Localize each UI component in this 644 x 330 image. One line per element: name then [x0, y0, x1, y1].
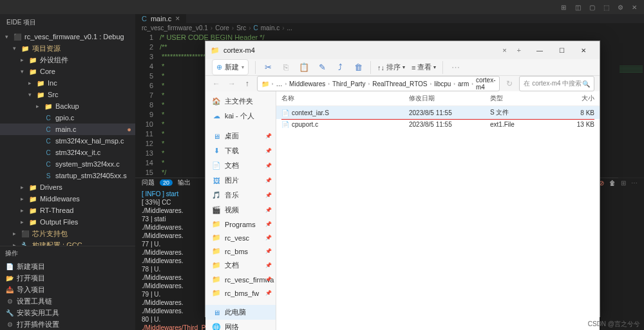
c-file-icon: C [142, 15, 147, 23]
sidebar: EIDE 项目 ▾⬛rc_vesc_firmware_v0.1 : Debug▾… [0, 14, 135, 330]
titlebar-icon[interactable]: ⬚ [601, 3, 611, 12]
tree-item[interactable]: ▸📁RT-Thread [0, 205, 135, 216]
nav-item[interactable]: 📁rc_vesc📌 [205, 231, 276, 244]
tree-item[interactable]: Cstm32f4xx_hal_msp.c [0, 135, 135, 147]
project-root[interactable]: ▾⬛rc_vesc_firmware_v0.1 : Debug [0, 31, 135, 42]
search-input[interactable]: 在 cortex-m4 中搜索 🔍 [519, 76, 594, 91]
view-button[interactable]: ≡查看▾ [412, 62, 436, 72]
forward-button[interactable]: → [226, 79, 238, 88]
new-button[interactable]: ⊕ 新建 ▾ [212, 59, 249, 75]
watermark: CSDN @言之兮兮 [588, 320, 640, 329]
breadcrumb[interactable]: rc_vesc_firmware_v0.1›Core›Src›C main.c›… [135, 23, 644, 33]
folder-icon: 📁 [211, 46, 220, 55]
tree-item[interactable]: Sstartup_stm32f405xx.s [0, 170, 135, 181]
tree-item[interactable]: Csystem_stm32f4xx.c [0, 158, 135, 170]
nav-item[interactable]: 📁rc_bms_fw📌 [205, 286, 276, 300]
titlebar-icon[interactable]: ✕ [630, 3, 639, 12]
file-row[interactable]: 📄cpuport.c2023/8/5 11:55ext1.File13 KB [276, 119, 600, 130]
tree-item[interactable]: Cmain.c● [0, 124, 135, 135]
folder-icon: 📁 [261, 80, 269, 87]
minimap[interactable] [618, 65, 644, 330]
ops-item[interactable]: 📄新建项目 [0, 261, 135, 272]
ops-item[interactable]: ⚙设置工具链 [0, 295, 135, 307]
sort-button[interactable]: ↑↓排序▾ [377, 62, 405, 72]
tab-close-icon[interactable]: × [500, 46, 509, 54]
nav-item[interactable]: ⬇下载📌 [205, 143, 276, 158]
copy-icon[interactable]: ⎘ [280, 62, 292, 72]
cloud-icon: ☁ [212, 112, 221, 120]
cut-icon[interactable]: ✂ [262, 62, 274, 72]
nav-item[interactable]: 🎬视频📌 [205, 203, 276, 217]
nav-home[interactable]: 🏠 主文件夹 [205, 94, 276, 109]
nav-item[interactable]: 📄文档📌 [205, 158, 276, 173]
tab-main-c[interactable]: C main.c × [135, 14, 187, 23]
tree-item[interactable]: ▸📁Backup [0, 100, 135, 112]
explorer-nav: 🏠 主文件夹 ☁ kai - 个人 🖥桌面📌⬇下载📌📄文档📌🖼图片📌🎵音乐📌🎬视… [205, 91, 276, 330]
maximize-button[interactable]: ☐ [551, 41, 573, 59]
up-button[interactable]: ↑ [242, 79, 253, 88]
tree-item[interactable]: ▸📁Inc [0, 77, 135, 89]
nav-item[interactable]: 📁rc_vesc_firmwa📌 [205, 273, 276, 286]
tree-item[interactable]: Cgpio.c [0, 112, 135, 124]
ops-item[interactable]: 📂打开项目 [0, 272, 135, 284]
tree-item[interactable]: ▸📁Middlewares [0, 193, 135, 205]
nav-item[interactable]: 🖥桌面📌 [205, 129, 276, 143]
tree-section[interactable]: ▾📁项目资源 [0, 42, 135, 54]
ops-item[interactable]: 📥导入项目 [0, 284, 135, 295]
nav-item[interactable]: 📁Programs📌 [205, 217, 276, 231]
pc-icon: 🖥 [212, 309, 221, 316]
address-path[interactable]: 📁 › … ›Middlewares›Third_Party›RealThrea… [257, 76, 500, 91]
file-explorer-window: 📁 cortex-m4 × + — ☐ ✕ ⊕ 新建 ▾ ✂ ⎘ 📋 ✎ ⤴ 🗑… [205, 41, 600, 317]
tree-item[interactable]: ▸📁Drivers [0, 181, 135, 193]
search-icon: 🔍 [582, 80, 590, 87]
ops-title: 操作 [0, 246, 135, 261]
close-icon[interactable]: × [175, 14, 180, 23]
tab-label: main.c [151, 15, 171, 23]
ops-item[interactable]: ⚙打开插件设置 [0, 318, 135, 330]
file-row[interactable]: 📄context_iar.S2023/8/5 11:55S 文件8 KB [276, 106, 600, 119]
back-button[interactable]: ← [211, 79, 222, 88]
tree-item[interactable]: ▸📁Output Files [0, 216, 135, 228]
column-headers[interactable]: 名称 修改日期 类型 大小 [276, 91, 600, 106]
tree-section[interactable]: ▸⬛芯片支持包 [0, 228, 135, 239]
nav-network[interactable]: 🌐 网络 [205, 320, 276, 330]
close-button[interactable]: ✕ [573, 41, 594, 59]
file-list: 名称 修改日期 类型 大小 📄context_iar.S2023/8/5 11:… [276, 91, 600, 330]
nav-item[interactable]: 📁rc_bms📌 [205, 244, 276, 258]
network-icon: 🌐 [212, 323, 221, 330]
nav-item[interactable]: 🎵音乐📌 [205, 188, 276, 203]
panel-icon[interactable]: 🗑 [609, 179, 616, 187]
titlebar-icon[interactable]: ▢ [587, 3, 596, 12]
rename-icon[interactable]: ✎ [316, 62, 328, 72]
titlebar-icon[interactable]: ◫ [573, 3, 582, 12]
nav-item[interactable]: 🖼图片📌 [205, 173, 276, 188]
new-tab-button[interactable]: + [513, 46, 525, 54]
tree-item[interactable]: ▾📁Core [0, 66, 135, 77]
explorer-title: cortex-m4 [223, 46, 496, 54]
tree-section[interactable]: ▸🔧构建配置 : GCC [0, 239, 135, 246]
editor-tabs: C main.c × [135, 14, 644, 23]
delete-icon[interactable]: 🗑 [352, 62, 364, 72]
explorer-toolbar: ⊕ 新建 ▾ ✂ ⎘ 📋 ✎ ⤴ 🗑 ↑↓排序▾ ≡查看▾ ⋯ [205, 59, 600, 76]
minimize-button[interactable]: — [529, 41, 551, 59]
output-label: 输出 [178, 178, 191, 187]
tree-item[interactable]: Cstm32f4xx_it.c [0, 147, 135, 158]
sidebar-title: EIDE 项目 [0, 14, 135, 31]
nav-thispc[interactable]: 🖥 此电脑 [205, 305, 276, 320]
explorer-titlebar[interactable]: 📁 cortex-m4 × + — ☐ ✕ [205, 41, 600, 59]
share-icon[interactable]: ⤴ [334, 62, 346, 72]
tree-item[interactable]: ▾📁Src [0, 89, 135, 100]
tree-item[interactable]: ▸📁外设组件 [0, 54, 135, 66]
more-icon[interactable]: ⋯ [450, 62, 461, 72]
titlebar-icon[interactable]: ⚙ [616, 3, 625, 12]
vscode-titlebar: ⊞ ◫ ▢ ⬚ ⚙ ✕ [0, 0, 644, 14]
explorer-addressbar: ← → ↑ 📁 › … ›Middlewares›Third_Party›Rea… [205, 76, 600, 91]
ops-item[interactable]: 🔧安装实用工具 [0, 307, 135, 318]
titlebar-icon[interactable]: ⊞ [559, 3, 568, 12]
problems-label: 问题 [142, 178, 155, 187]
home-icon: 🏠 [212, 97, 221, 105]
refresh-button[interactable]: ↻ [504, 79, 515, 88]
nav-item[interactable]: 📁文档📌 [205, 258, 276, 273]
paste-icon[interactable]: 📋 [298, 62, 310, 72]
nav-personal[interactable]: ☁ kai - 个人 [205, 109, 276, 124]
